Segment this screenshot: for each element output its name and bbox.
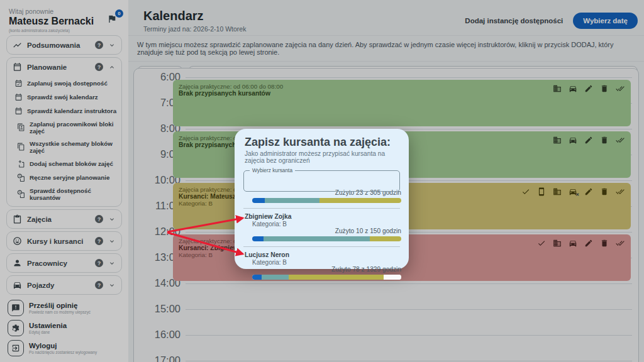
usage-bar (252, 236, 401, 241)
divider (243, 208, 400, 209)
modal-title: Zapisz kursanta na zajęcia: (235, 136, 409, 149)
student-category: Kategoria: B (245, 259, 401, 266)
usage-bar (252, 275, 401, 280)
enroll-student-modal: Zapisz kursanta na zajęcia: Jako adminis… (235, 129, 409, 269)
student-name: Zbigniew Zojka (245, 213, 401, 220)
student-category: Kategoria: B (245, 221, 401, 228)
student-list-item[interactable]: Zbigniew Zojka Kategoria: B Zużyto 10 z … (235, 213, 409, 241)
select-student-label: Wybierz kursanta (250, 167, 295, 173)
divider (243, 246, 400, 247)
hours-usage: Zużyto 78 z 1329 godzin (245, 266, 401, 273)
student-name: Lucjusz Neron (245, 251, 401, 258)
select-student-input[interactable]: Wybierz kursanta (243, 170, 400, 192)
app-window: Witaj ponownie Mateusz Bernacki (konto a… (0, 0, 644, 362)
usage-bar (252, 198, 401, 203)
hours-usage: Zużyto 10 z 150 godzin (245, 228, 401, 234)
student-list-item[interactable]: Lucjusz Neron Kategoria: B Zużyto 78 z 1… (235, 251, 409, 280)
modal-subtitle: Jako administrator możesz przypisać kurs… (235, 149, 409, 164)
